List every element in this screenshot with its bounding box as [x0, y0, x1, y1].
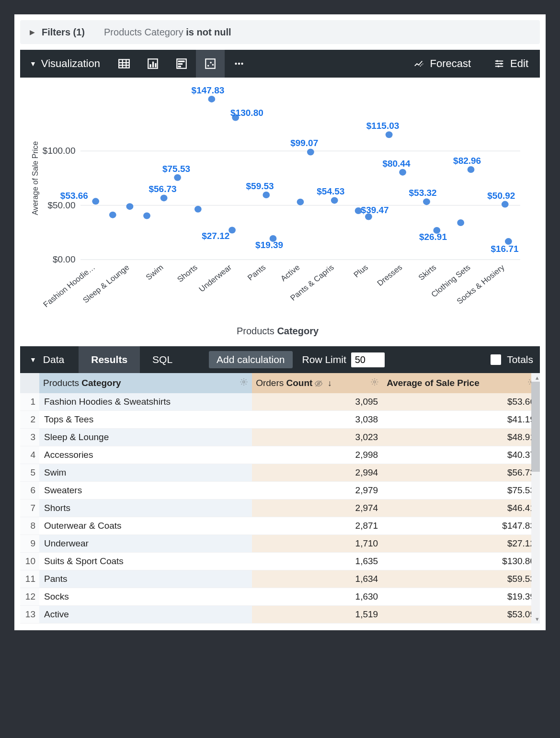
cell-avg: $53.09 — [383, 606, 540, 624]
cell-category: Sleep & Lounge — [39, 429, 252, 446]
scatter-icon[interactable] — [196, 50, 225, 78]
data-bar: ▼ Data Results SQL Add calculation Row L… — [20, 346, 540, 373]
table-row[interactable]: 6Sweaters2,979$75.53 — [20, 482, 540, 500]
data-label: $27.12 — [202, 231, 229, 240]
cell-category: Pants — [39, 570, 252, 588]
svg-text:$0.00: $0.00 — [53, 254, 76, 264]
data-label: $26.91 — [419, 232, 447, 241]
row-number: 5 — [20, 464, 39, 482]
table-row[interactable]: 11Pants1,634$59.53 — [20, 570, 540, 588]
rownum-header — [20, 373, 39, 393]
table-icon[interactable] — [110, 50, 138, 78]
collapse-icon[interactable]: ▼ — [20, 60, 41, 68]
cell-avg: $53.66 — [383, 393, 540, 411]
column-header[interactable]: Orders Count ↓ — [252, 373, 383, 393]
table-row[interactable]: 5Swim2,994$56.73 — [20, 464, 540, 482]
table-row[interactable]: 1Fashion Hoodies & Sweatshirts3,095$53.6… — [20, 393, 540, 411]
forecast-button[interactable]: Forecast — [402, 57, 482, 70]
bar-chart-icon[interactable] — [167, 50, 196, 78]
svg-rect-10 — [178, 61, 184, 62]
svg-point-16 — [212, 64, 214, 65]
svg-rect-21 — [501, 63, 502, 65]
table-row[interactable]: 9Underwear1,710$27.12 — [20, 535, 540, 553]
cell-count: 1,710 — [252, 535, 383, 553]
column-header[interactable]: Products Category — [39, 373, 252, 393]
table-row[interactable]: 3Sleep & Lounge3,023$48.91 — [20, 429, 540, 446]
svg-text:Underwear: Underwear — [197, 262, 233, 293]
scroll-thumb[interactable] — [531, 382, 540, 472]
data-point — [92, 198, 99, 204]
data-point — [399, 169, 406, 176]
svg-text:Dresses: Dresses — [375, 263, 403, 287]
data-point — [297, 199, 304, 205]
cell-count: 3,038 — [252, 411, 383, 429]
results-table: Products CategoryOrders Count ↓Average o… — [20, 373, 540, 624]
svg-rect-6 — [149, 64, 151, 68]
cell-category: Socks — [39, 588, 252, 606]
svg-text:Average of Sale Price: Average of Sale Price — [31, 141, 39, 215]
cell-category: Sweaters — [39, 482, 252, 500]
svg-text:Shorts: Shorts — [175, 263, 199, 284]
row-number: 3 — [20, 429, 39, 446]
data-point — [109, 212, 116, 218]
data-point — [457, 219, 464, 226]
column-header[interactable]: Average of Sale Price — [383, 373, 540, 393]
svg-text:$50.00: $50.00 — [47, 200, 75, 210]
svg-text:Skirts: Skirts — [417, 263, 438, 282]
cell-avg: $59.53 — [383, 570, 540, 588]
scroll-down-icon[interactable]: ▾ — [536, 615, 539, 623]
svg-point-17 — [235, 63, 237, 65]
data-point — [423, 198, 430, 205]
cell-category: Swim — [39, 464, 252, 482]
collapse-icon[interactable]: ▼ — [20, 356, 43, 363]
more-icon[interactable] — [225, 50, 253, 78]
scroll-up-icon[interactable]: ▴ — [536, 374, 539, 381]
data-label: $59.53 — [246, 182, 274, 191]
cell-avg: $75.53 — [383, 482, 540, 500]
filters-bar[interactable]: ▶ Filters (1) Products Category is not n… — [20, 20, 540, 44]
data-label: $50.92 — [487, 191, 515, 200]
table-row[interactable]: 4Accessories2,998$40.37 — [20, 446, 540, 464]
table-row[interactable]: 2Tops & Tees3,038$41.19 — [20, 411, 540, 429]
cell-avg: $56.73 — [383, 464, 540, 482]
data-point — [160, 194, 168, 201]
row-limit-input[interactable] — [351, 352, 385, 367]
data-point — [208, 96, 215, 102]
data-label: $39.47 — [361, 205, 389, 215]
data-label: $53.32 — [409, 188, 437, 198]
tab-results[interactable]: Results — [79, 346, 140, 373]
svg-point-18 — [238, 63, 240, 65]
svg-rect-7 — [152, 62, 154, 68]
table-row[interactable]: 10Suits & Sport Coats1,635$130.80 — [20, 553, 540, 570]
svg-rect-20 — [497, 60, 498, 62]
table-row[interactable]: 13Active1,519$53.09 — [20, 606, 540, 624]
totals-label: Totals — [507, 354, 533, 365]
row-number: 9 — [20, 535, 39, 553]
data-point — [174, 174, 181, 181]
data-point — [263, 192, 270, 198]
data-label: Data — [43, 354, 79, 365]
gear-icon[interactable] — [370, 378, 379, 386]
tab-sql[interactable]: SQL — [140, 346, 185, 373]
cell-category: Outerwear & Coats — [39, 517, 252, 535]
svg-rect-22 — [498, 66, 499, 68]
data-point — [143, 212, 150, 219]
row-number: 13 — [20, 606, 39, 624]
column-chart-icon[interactable] — [138, 50, 167, 78]
table-row[interactable]: 8Outerwear & Coats2,871$147.83 — [20, 517, 540, 535]
hide-icon[interactable] — [314, 379, 323, 388]
cell-avg: $27.12 — [383, 535, 540, 553]
scrollbar[interactable]: ▴ ▾ — [531, 373, 540, 624]
add-calculation-button[interactable]: Add calculation — [209, 351, 292, 368]
svg-point-46 — [374, 381, 376, 383]
totals-checkbox[interactable] — [491, 354, 501, 365]
table-row[interactable]: 7Shorts2,974$46.41 — [20, 500, 540, 517]
data-point — [194, 206, 202, 213]
data-label: $75.53 — [162, 164, 190, 173]
table-row[interactable]: 12Socks1,630$19.39 — [20, 588, 540, 606]
edit-button[interactable]: Edit — [482, 57, 540, 70]
cell-count: 3,023 — [252, 429, 383, 446]
svg-rect-12 — [178, 66, 181, 67]
gear-icon[interactable] — [240, 378, 248, 386]
cell-avg: $19.39 — [383, 588, 540, 606]
